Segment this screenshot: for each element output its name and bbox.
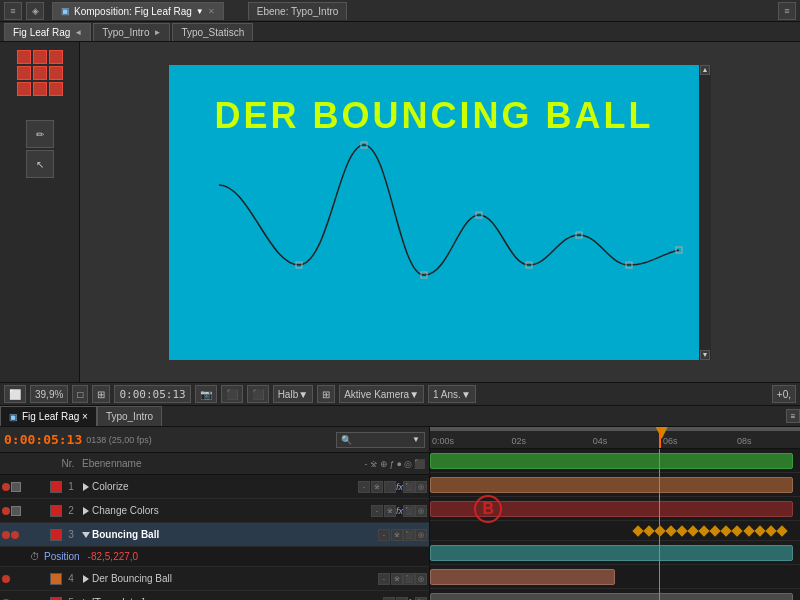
layer-row-1[interactable]: 1 Colorize - ※ fx ⬛ ◎ [0, 475, 429, 499]
layer1-paint-btn[interactable]: ⬛ [403, 481, 415, 493]
preview-extra-btns[interactable]: +0, [772, 385, 796, 403]
layer3-lock-dot[interactable] [11, 531, 19, 539]
layer1-star-btn[interactable]: ※ [371, 481, 383, 493]
timeline-menu-btn[interactable]: ≡ [786, 409, 800, 423]
close-panel-icon[interactable]: ≡ [778, 2, 796, 20]
timeline-tab-typo[interactable]: Typo_Intro [97, 406, 162, 426]
composition-tabs: Fig Leaf Rag ◄ Typo_Intro ► Typo_Statisc… [0, 22, 800, 42]
layer-tab[interactable]: Ebene: Typo_Intro [248, 2, 348, 20]
preview-size-btn[interactable]: ⊞ [92, 385, 110, 403]
keyframe-11[interactable] [743, 525, 754, 536]
keyframe-10[interactable] [732, 525, 743, 536]
stopwatch-icon[interactable]: ⏱ [30, 551, 40, 562]
layer2-star-btn[interactable]: ※ [384, 505, 396, 517]
comp-tab-fig-arrow[interactable]: ◄ [74, 28, 82, 37]
layer2-paint-btn[interactable]: ⬛ [403, 505, 415, 517]
layer1-motion-btn[interactable]: ◎ [415, 481, 427, 493]
layer4-vis-dot[interactable] [2, 575, 10, 583]
select-tool-btn[interactable]: ↖ [26, 150, 54, 178]
comp-tab-typo-statisch[interactable]: Typo_Statisch [172, 23, 253, 41]
comp-tab-typo-arrow[interactable]: ► [153, 28, 161, 37]
timeline-tab-fig[interactable]: ▣ Fig Leaf Rag × [0, 406, 97, 426]
layer3-paint-btn[interactable]: ⬛ [403, 529, 415, 541]
preview-scrollbar[interactable]: ▲ ▼ [699, 65, 711, 360]
quality-control[interactable]: Halb▼ [273, 385, 313, 403]
layer2-expand-btn[interactable] [80, 505, 92, 517]
quality-value: Halb [278, 389, 299, 400]
layer4-motion-btn[interactable]: ◎ [415, 573, 427, 585]
layer1-vis-dot[interactable] [2, 483, 10, 491]
comp-tab-fig[interactable]: Fig Leaf Rag ◄ [4, 23, 91, 41]
layer-row-4[interactable]: 4 Der Bouncing Ball - ※ ⬛ ◎ [0, 567, 429, 591]
layer4-expand-btn[interactable] [80, 573, 92, 585]
layer3-minus-btn[interactable]: - [378, 529, 390, 541]
app-icon[interactable]: ◈ [26, 2, 44, 20]
layer2-solo-btn[interactable] [11, 506, 21, 516]
layer2-vis-dot[interactable] [2, 507, 10, 515]
keyframe-8[interactable] [710, 525, 721, 536]
layer4-minus-btn[interactable]: - [378, 573, 390, 585]
keyframe-9[interactable] [721, 525, 732, 536]
layer2-minus-btn[interactable]: - [371, 505, 383, 517]
preview-ctrl-icon[interactable]: ⬜ [4, 385, 26, 403]
keyframe-4[interactable] [665, 525, 676, 536]
layer2-motion-btn[interactable]: ◎ [415, 505, 427, 517]
layer1-expand-btn[interactable] [80, 481, 92, 493]
layer5-minus-btn[interactable]: - [383, 597, 395, 601]
layer1-solo-btn[interactable] [11, 482, 21, 492]
layer5-icons: - ※ [383, 597, 408, 601]
playhead-line [659, 449, 660, 600]
comp-tab-typo-intro[interactable]: Typo_Intro ► [93, 23, 170, 41]
keyframe-12[interactable] [754, 525, 765, 536]
scroll-down-btn[interactable]: ▼ [700, 350, 710, 360]
layer5-expand-btn[interactable] [80, 597, 92, 601]
comp-tab-typo-statisch-label: Typo_Statisch [181, 27, 244, 38]
layer3-star-btn[interactable]: ※ [391, 529, 403, 541]
keyframe-6[interactable] [687, 525, 698, 536]
preview-fit-btn[interactable]: □ [72, 385, 88, 403]
layer3-vis-dot[interactable] [2, 531, 10, 539]
search-dropdown-icon[interactable]: ▼ [412, 435, 420, 444]
search-input[interactable] [352, 432, 412, 448]
layer4-paint-btn[interactable]: ⬛ [403, 573, 415, 585]
views-control[interactable]: 1 Ans.▼ [428, 385, 476, 403]
layer2-arrow [83, 507, 89, 515]
layer5-paint-btn[interactable]: ⬛ [415, 597, 427, 601]
keyframe-1[interactable] [632, 525, 643, 536]
layer-row-5[interactable]: 5 [Typo_Intro] - ※ fx ⬛ [0, 591, 429, 600]
layer3-motion-btn[interactable]: ◎ [415, 529, 427, 541]
pen-tool-btn[interactable]: ✏ [26, 120, 54, 148]
preview-camera-icon[interactable]: 📷 [195, 385, 217, 403]
keyframe-7[interactable] [698, 525, 709, 536]
preview-color-btn[interactable]: ⬛ [221, 385, 243, 403]
keyframe-5[interactable] [676, 525, 687, 536]
playhead-ruler[interactable] [659, 427, 661, 448]
keyframe-14[interactable] [776, 525, 787, 536]
layer-row-2[interactable]: 2 Change Colors - ※ fx ⬛ ◎ [0, 499, 429, 523]
comp-tab-active[interactable]: ▣ Komposition: Fig Leaf Rag ▼ ✕ [52, 2, 224, 20]
layer-column-headers: Nr. Ebenenname - ※ ⊕ ƒ ● ◎ ⬛ [0, 453, 429, 475]
track-bar-4 [430, 545, 793, 561]
preview-mask-btn[interactable]: ⬛ [247, 385, 269, 403]
sel-dot-5 [33, 66, 47, 80]
layer5-star-btn[interactable]: ※ [396, 597, 408, 601]
keyframe-2[interactable] [643, 525, 654, 536]
menu-icon[interactable]: ≡ [4, 2, 22, 20]
top-toolbar-left: ≡ ◈ [4, 2, 44, 20]
layer3-expand-btn[interactable] [80, 529, 92, 541]
preview-area[interactable]: DER BOUNCING BALL ▲ ▼ [80, 42, 800, 382]
layer1-mask-btn[interactable] [384, 481, 396, 493]
zoom-control[interactable]: 39,9% [30, 385, 68, 403]
comp-tab-dropdown[interactable]: ▼ [196, 7, 204, 16]
camera-view-control[interactable]: Aktive Kamera▼ [339, 385, 424, 403]
keyframe-13[interactable] [765, 525, 776, 536]
layer3-position-subrow[interactable]: ⏱ Position -82,5,227,0 [0, 547, 429, 567]
layer4-star-btn[interactable]: ※ [391, 573, 403, 585]
layer3-icons: - ※ [378, 529, 403, 541]
layer1-minus-btn[interactable]: - [358, 481, 370, 493]
preview-timecode[interactable]: 0:00:05:13 [114, 385, 190, 403]
preview-3d-btn[interactable]: ⊞ [317, 385, 335, 403]
layer-row-3[interactable]: 3 Bouncing Ball - ※ ⬛ ◎ [0, 523, 429, 547]
comp-tab-close[interactable]: ✕ [208, 7, 215, 16]
scroll-up-btn[interactable]: ▲ [700, 65, 710, 75]
